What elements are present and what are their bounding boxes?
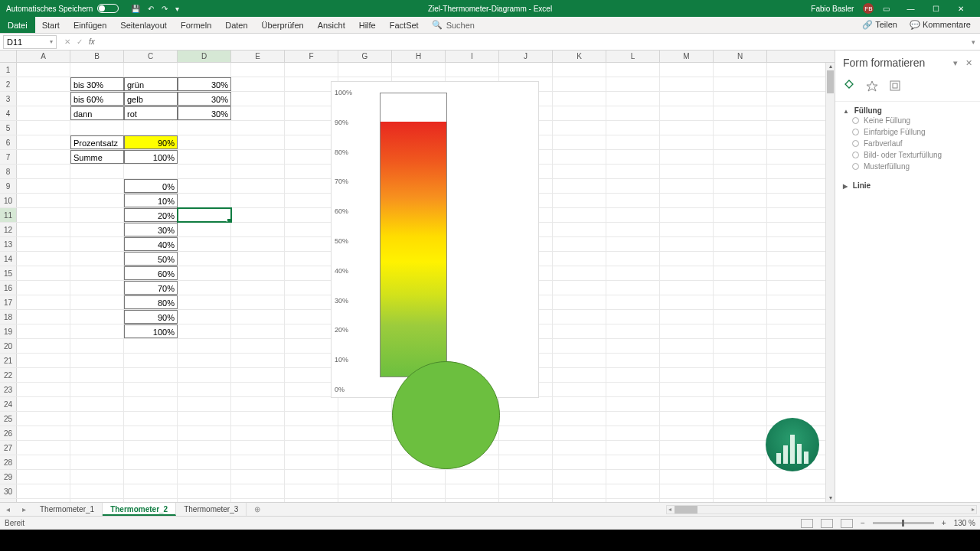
fill-option-3[interactable]: Bild- oder Texturfüllung xyxy=(843,149,972,161)
cell-C26[interactable] xyxy=(124,426,178,440)
cell-C9[interactable]: 0% xyxy=(124,179,178,193)
cell-N31[interactable] xyxy=(714,499,767,502)
cell-B20[interactable] xyxy=(70,339,124,353)
row-header-23[interactable]: 23 xyxy=(0,383,17,396)
cell-K24[interactable] xyxy=(553,397,606,411)
cell-K17[interactable] xyxy=(553,295,606,309)
cell-K12[interactable] xyxy=(553,223,606,236)
cell-N2[interactable] xyxy=(714,77,767,91)
cell-L31[interactable] xyxy=(606,499,660,502)
cell-F27[interactable] xyxy=(285,441,338,455)
maximize-icon[interactable]: ☐ xyxy=(924,5,947,13)
row-header-14[interactable]: 14 xyxy=(0,252,17,266)
cell-B9[interactable] xyxy=(70,179,124,193)
cell-A14[interactable] xyxy=(17,252,70,266)
cell-M26[interactable] xyxy=(660,426,714,440)
cell-E25[interactable] xyxy=(231,412,285,425)
cell-M16[interactable] xyxy=(660,281,714,295)
cell-K3[interactable] xyxy=(553,92,606,106)
cell-E20[interactable] xyxy=(231,339,285,353)
cell-C1[interactable] xyxy=(124,63,178,77)
cell-D28[interactable] xyxy=(178,455,231,469)
tab-factset[interactable]: FactSet xyxy=(383,21,426,30)
cell-L29[interactable] xyxy=(606,470,660,484)
row-header-11[interactable]: 11 xyxy=(0,208,17,222)
col-header-I[interactable]: I xyxy=(446,51,499,62)
cell-B1[interactable] xyxy=(70,63,124,77)
cell-D9[interactable] xyxy=(178,179,231,193)
cell-B16[interactable] xyxy=(70,281,124,295)
cell-K23[interactable] xyxy=(553,383,606,396)
cell-A2[interactable] xyxy=(17,77,70,91)
cell-K14[interactable] xyxy=(553,252,606,266)
cell-L19[interactable] xyxy=(606,324,660,338)
select-all-corner[interactable] xyxy=(0,51,17,62)
pane-close-icon[interactable]: ✕ xyxy=(965,58,972,68)
cell-D10[interactable] xyxy=(178,194,231,207)
cell-J30[interactable] xyxy=(499,484,553,498)
cell-E21[interactable] xyxy=(231,354,285,367)
line-group-header[interactable]: ▶ Linie xyxy=(843,181,972,190)
cell-N12[interactable] xyxy=(714,223,767,236)
cell-I30[interactable] xyxy=(446,484,499,498)
cell-J28[interactable] xyxy=(499,455,553,469)
cell-D14[interactable] xyxy=(178,252,231,266)
row-header-24[interactable]: 24 xyxy=(0,397,17,411)
cell-M19[interactable] xyxy=(660,324,714,338)
cell-E22[interactable] xyxy=(231,368,285,382)
cell-K1[interactable] xyxy=(553,63,606,77)
cell-K4[interactable] xyxy=(553,106,606,120)
cell-M9[interactable] xyxy=(660,179,714,193)
cell-F24[interactable] xyxy=(285,397,338,411)
cell-L28[interactable] xyxy=(606,455,660,469)
cell-L5[interactable] xyxy=(606,121,660,135)
cell-G26[interactable] xyxy=(338,426,392,440)
cell-B12[interactable] xyxy=(70,223,124,236)
row-header-13[interactable]: 13 xyxy=(0,237,17,251)
cell-K22[interactable] xyxy=(553,368,606,382)
cell-A18[interactable] xyxy=(17,310,70,324)
cell-G28[interactable] xyxy=(338,455,392,469)
cell-D4[interactable]: 30% xyxy=(178,106,231,120)
formula-input[interactable] xyxy=(103,35,967,49)
col-header-E[interactable]: E xyxy=(231,51,285,62)
cell-A21[interactable] xyxy=(17,354,70,367)
cell-L9[interactable] xyxy=(606,179,660,193)
cell-A4[interactable] xyxy=(17,106,70,120)
cell-C15[interactable]: 60% xyxy=(124,266,178,280)
cell-N4[interactable] xyxy=(714,106,767,120)
cell-B19[interactable] xyxy=(70,324,124,338)
cell-H1[interactable] xyxy=(392,63,446,77)
cell-B26[interactable] xyxy=(70,426,124,440)
cell-L8[interactable] xyxy=(606,165,660,178)
cell-K5[interactable] xyxy=(553,121,606,135)
col-header-G[interactable]: G xyxy=(338,51,392,62)
cell-J26[interactable] xyxy=(499,426,553,440)
cell-L27[interactable] xyxy=(606,441,660,455)
cell-N8[interactable] xyxy=(714,165,767,178)
cell-N28[interactable] xyxy=(714,455,767,469)
cell-B10[interactable] xyxy=(70,194,124,207)
cell-G27[interactable] xyxy=(338,441,392,455)
cell-L17[interactable] xyxy=(606,295,660,309)
cell-E18[interactable] xyxy=(231,310,285,324)
accept-formula-icon[interactable]: ✓ xyxy=(77,37,83,46)
cell-L13[interactable] xyxy=(606,237,660,251)
row-header-6[interactable]: 6 xyxy=(0,135,17,149)
cell-B21[interactable] xyxy=(70,354,124,367)
cell-N27[interactable] xyxy=(714,441,767,455)
cell-F1[interactable] xyxy=(285,63,338,77)
cell-K26[interactable] xyxy=(553,426,606,440)
cell-D22[interactable] xyxy=(178,368,231,382)
cell-F25[interactable] xyxy=(285,412,338,425)
fx-icon[interactable]: fx xyxy=(89,37,95,46)
cell-M3[interactable] xyxy=(660,92,714,106)
col-header-A[interactable]: A xyxy=(17,51,70,62)
cell-I1[interactable] xyxy=(446,63,499,77)
cell-K9[interactable] xyxy=(553,179,606,193)
cell-M10[interactable] xyxy=(660,194,714,207)
cell-J1[interactable] xyxy=(499,63,553,77)
cell-A10[interactable] xyxy=(17,194,70,207)
cell-C16[interactable]: 70% xyxy=(124,281,178,295)
cell-F29[interactable] xyxy=(285,470,338,484)
